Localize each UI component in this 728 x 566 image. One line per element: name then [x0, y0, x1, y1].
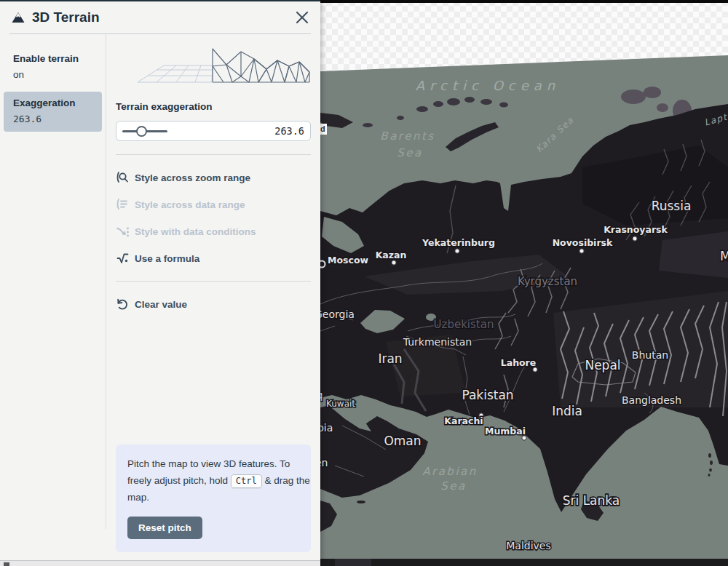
map-label-india: India [552, 404, 582, 418]
map-label-russia: Russia [652, 199, 692, 213]
style-across-data-range-button[interactable]: Style across data range [116, 195, 311, 214]
undo-icon [116, 298, 135, 311]
enable-terrain-label: Enable terrain [13, 53, 96, 64]
map-label-barents: Barents [380, 129, 435, 143]
map-label-yemen: Yemen [320, 457, 328, 469]
slider-label: Terrain exaggeration [116, 101, 311, 112]
map-label-kyrgyzstan: Kyrgyzstan [518, 275, 577, 288]
map-label-mongolia: Mongolia [720, 249, 728, 263]
terrain-mesh-illustration [116, 44, 311, 89]
map-label-turkmenistan: Turkmenistan [403, 336, 472, 348]
pitch-hint-text: Pitch the map to view 3D features. To fr… [127, 456, 311, 506]
map-label-yekaterinburg: Yekaterinburg [422, 237, 495, 248]
zoom-range-icon [116, 171, 135, 185]
map-label-georgia: Georgia [320, 308, 355, 320]
map-label-bangladesh: Bangladesh [622, 394, 681, 406]
app-window: 3D Terrain Enable terrain on Exaggeratio… [0, 0, 728, 566]
data-conditions-icon [116, 225, 135, 239]
map-label-kuwait: Kuwait [326, 399, 355, 409]
divider [116, 154, 311, 155]
use-a-formula-button[interactable]: Use a formula [116, 249, 311, 268]
slider-handle[interactable] [136, 126, 147, 137]
clipped-map-label: d [320, 124, 327, 135]
map-label-karachi: Karachi [444, 415, 483, 426]
map-label-arabia: Arabia [320, 422, 333, 434]
style-with-data-conditions-button[interactable]: Style with data conditions [116, 222, 311, 241]
map-label-pakistan: Pakistan [462, 388, 513, 402]
bottom-strip [0, 560, 320, 566]
map-label-sea: Sea [440, 479, 466, 493]
city-dot [633, 236, 637, 241]
sidebar-item-exaggeration[interactable]: Exaggeration 263.6 [4, 92, 102, 132]
exaggeration-label: Exaggeration [13, 97, 96, 108]
ctrl-key-badge: Ctrl [231, 474, 262, 488]
map-label-nepal: Nepal [585, 358, 620, 372]
map-canvas[interactable]: d [320, 0, 728, 566]
map-label-novosibirsk: Novosibirsk [553, 237, 613, 248]
map-label-iran: Iran [378, 351, 402, 366]
city-dot [455, 249, 459, 253]
map-label-krasnoyarsk: Krasnoyarsk [604, 224, 668, 235]
enable-terrain-value: on [13, 69, 96, 80]
map-label-lahore: Lahore [501, 357, 537, 368]
data-range-icon [116, 198, 135, 212]
slider-track[interactable] [122, 121, 167, 140]
terrain-exaggeration-slider[interactable]: 263.6 [116, 121, 311, 141]
property-sidebar: Enable terrain on Exaggeration 263.6 [0, 34, 106, 529]
reset-pitch-button[interactable]: Reset pitch [127, 517, 202, 539]
map-label-moscow: Moscow [328, 255, 368, 266]
close-icon[interactable] [296, 11, 309, 24]
panel-header: 3D Terrain [0, 1, 320, 33]
map-svg: Arctic OceanBarentsSeaKara SeaLaptevRuss… [320, 0, 728, 566]
map-label-sea: Sea [397, 146, 422, 159]
map-label-oman: Oman [384, 434, 421, 448]
map-label-iraq: Iraq [320, 389, 323, 401]
sidebar-item-enable-terrain[interactable]: Enable terrain on [4, 47, 102, 87]
slider-value: 263.6 [167, 125, 304, 137]
panel-title: 3D Terrain [32, 9, 296, 25]
map-label-mumbai: Mumbai [485, 426, 526, 437]
pitch-hint-box: Pitch the map to view 3D features. To fr… [116, 445, 311, 552]
terrain-panel: 3D Terrain Enable terrain on Exaggeratio… [0, 0, 320, 566]
map-label-arctic-ocean: Arctic Ocean [416, 78, 560, 93]
map-label-kazan: Kazan [376, 250, 407, 260]
mountain-icon [12, 12, 25, 23]
property-editor: Terrain exaggeration 263.6 [106, 34, 320, 529]
map-label-sri-lanka: Sri Lanka [563, 493, 620, 508]
map-label-arabian: Arabian [422, 465, 478, 478]
formula-icon [116, 252, 135, 266]
city-dot [392, 260, 396, 265]
map-label-uzbekistan: Uzbekistan [434, 318, 494, 331]
clear-value-button[interactable]: Clear value [116, 295, 311, 314]
exaggeration-value: 263.6 [13, 113, 96, 124]
city-dot [579, 249, 584, 253]
divider [116, 281, 311, 282]
map-label-bhutan: Bhutan [632, 349, 668, 361]
style-across-zoom-range-button[interactable]: Style across zoom range [116, 168, 311, 187]
map-label-maldives: Maldives [506, 540, 551, 551]
